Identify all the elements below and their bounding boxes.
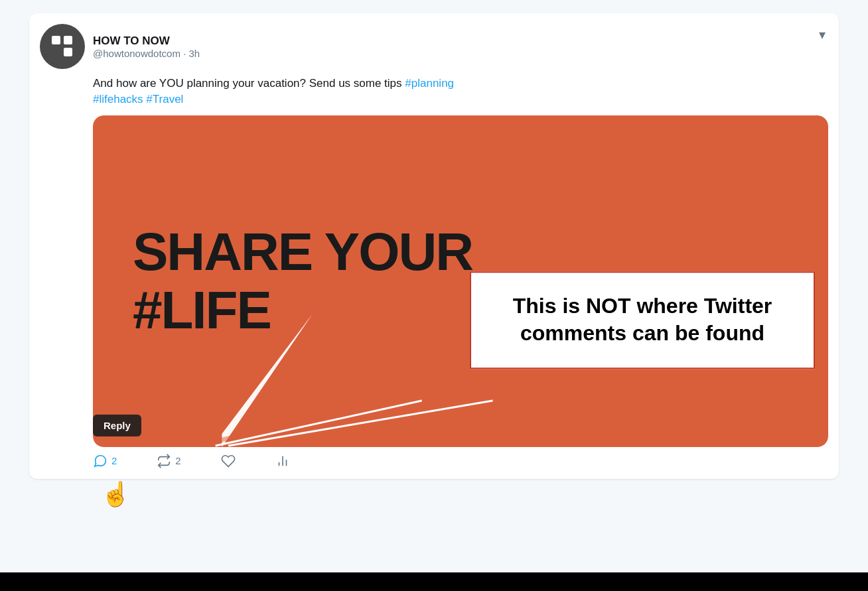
account-info: HOW TO NOW @howtonowdotcom · 3h bbox=[93, 34, 200, 59]
like-action[interactable] bbox=[221, 454, 236, 468]
callout-box: This is NOT where Twitter comments can b… bbox=[470, 271, 815, 369]
account-handle[interactable]: @howtonowdotcom bbox=[93, 48, 181, 59]
callout-text: This is NOT where Twitter comments can b… bbox=[495, 293, 790, 348]
chevron-down-icon[interactable]: ▾ bbox=[816, 24, 828, 45]
account-handle-time: @howtonowdotcom · 3h bbox=[93, 48, 200, 59]
tweet-header: HOW TO NOW @howtonowdotcom · 3h ▾ bbox=[40, 24, 828, 69]
reply-tooltip: Reply bbox=[93, 415, 141, 436]
image-line1: SHARE YOUR bbox=[133, 223, 472, 281]
tweet-image-container: SHARE YOUR #LIFE This is NOT where Twitt… bbox=[93, 115, 828, 447]
tweet-plain-text: And how are YOU planning your vacation? … bbox=[93, 77, 405, 90]
tweet-time: 3h bbox=[188, 48, 200, 59]
hashtag-travel[interactable]: #Travel bbox=[146, 93, 183, 105]
image-line2: #LIFE bbox=[133, 281, 472, 340]
black-bar bbox=[0, 572, 868, 591]
avatar-logo bbox=[52, 36, 73, 57]
cursor-hand-icon: ☝️ bbox=[101, 480, 131, 508]
reply-action[interactable]: 2 bbox=[93, 454, 117, 468]
hashtag-lifehacks[interactable]: #lifehacks bbox=[93, 93, 143, 105]
tweet-actions: Reply 2 2 bbox=[93, 454, 828, 471]
tweet-header-left: HOW TO NOW @howtonowdotcom · 3h bbox=[40, 24, 200, 69]
account-name[interactable]: HOW TO NOW bbox=[93, 34, 200, 48]
hashtag-planning[interactable]: #planning bbox=[405, 77, 454, 90]
analytics-action[interactable] bbox=[275, 454, 290, 468]
retweet-action[interactable]: 2 bbox=[157, 454, 181, 468]
tweet-text: And how are YOU planning your vacation? … bbox=[93, 76, 828, 107]
avatar bbox=[40, 24, 85, 69]
image-text: SHARE YOUR #LIFE bbox=[133, 223, 472, 340]
retweet-icon bbox=[157, 454, 171, 468]
reply-icon bbox=[93, 454, 108, 468]
tweet-card: HOW TO NOW @howtonowdotcom · 3h ▾ And ho… bbox=[29, 13, 839, 479]
reply-count: 2 bbox=[111, 455, 117, 466]
heart-icon bbox=[221, 454, 236, 468]
analytics-icon bbox=[275, 454, 290, 468]
retweet-count: 2 bbox=[175, 455, 181, 466]
